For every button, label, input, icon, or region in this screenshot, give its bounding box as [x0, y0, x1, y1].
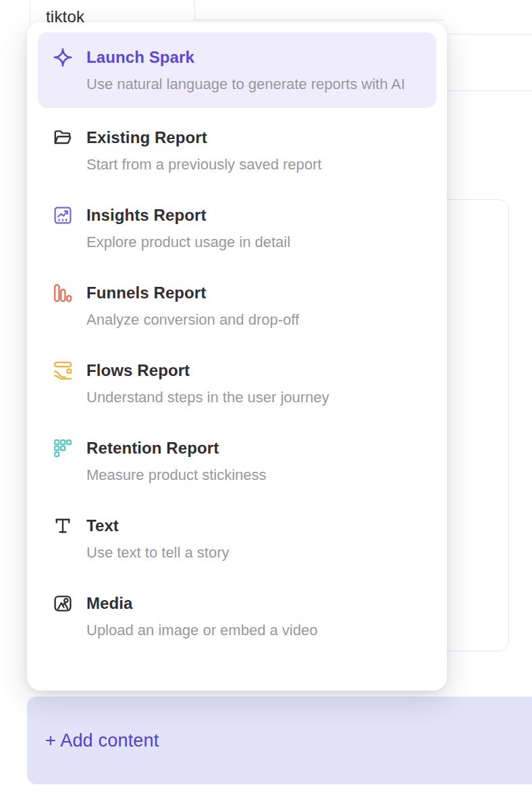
menu-item-media[interactable]: Media Upload an image or embed a video: [27, 578, 447, 655]
menu-item-flows-report[interactable]: Flows Report Understand steps in the use…: [27, 345, 447, 423]
menu-item-retention-report[interactable]: Retention Report Measure product stickin…: [27, 423, 447, 500]
board-grid-line: [446, 34, 532, 34]
board-grid-line: [194, 20, 443, 20]
board-grid-line: [30, 0, 30, 23]
folder-open-icon: [53, 128, 73, 148]
menu-item-title: Retention Report: [86, 437, 267, 459]
menu-item-description: Explore product usage in detail: [86, 232, 290, 252]
add-content-label: + Add content: [45, 730, 159, 751]
menu-item-description: Measure product stickiness: [86, 464, 267, 485]
menu-item-description: Use text to tell a story: [86, 542, 230, 563]
menu-item-description: Upload an image or embed a video: [86, 620, 317, 641]
retention-grid-icon: [53, 438, 73, 458]
menu-item-description: Start from a previously saved report: [86, 154, 321, 175]
board-grid-line: [194, 0, 195, 20]
add-content-menu: Launch Spark Use natural language to gen…: [27, 22, 447, 691]
menu-item-description: Analyze conversion and drop-off: [86, 309, 299, 330]
menu-item-title: Flows Report: [86, 359, 329, 381]
insights-chart-icon: [53, 205, 73, 225]
menu-item-description: Use natural language to generate reports…: [86, 74, 405, 94]
menu-item-title: Insights Report: [86, 204, 290, 226]
spark-icon: [53, 47, 73, 68]
text-icon: [53, 516, 73, 536]
flows-icon: [53, 360, 73, 381]
media-image-icon: [53, 593, 73, 614]
menu-item-funnels-report[interactable]: Funnels Report Analyze conversion and dr…: [27, 267, 447, 345]
menu-item-launch-spark[interactable]: Launch Spark Use natural language to gen…: [38, 32, 436, 108]
menu-item-title: Funnels Report: [86, 281, 299, 304]
menu-item-insights-report[interactable]: Insights Report Explore product usage in…: [27, 190, 447, 267]
menu-item-existing-report[interactable]: Existing Report Start from a previously …: [27, 112, 447, 190]
menu-item-text[interactable]: Text Use text to tell a story: [27, 500, 447, 578]
add-content-button[interactable]: + Add content: [27, 697, 532, 784]
menu-item-title: Launch Spark: [86, 46, 405, 68]
menu-item-description: Understand steps in the user journey: [86, 387, 329, 408]
funnels-bars-icon: [53, 283, 73, 303]
menu-item-title: Text: [86, 514, 230, 537]
menu-item-title: Existing Report: [86, 126, 321, 148]
board-grid-line: [446, 90, 532, 91]
menu-item-title: Media: [86, 592, 317, 614]
